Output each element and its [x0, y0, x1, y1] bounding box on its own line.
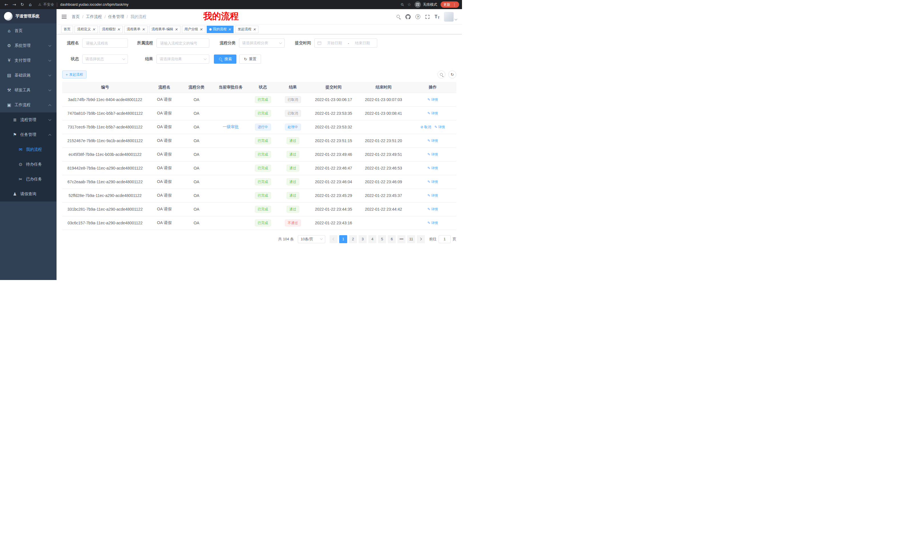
sidebar-item-home[interactable]: ⌂首页 [0, 23, 57, 38]
category-select[interactable]: 请选择流程分类 [239, 39, 285, 48]
action-detail-link[interactable]: ✎详情 [428, 153, 438, 156]
action-detail-link[interactable]: ✎详情 [428, 111, 438, 115]
sidebar-item-done-tasks[interactable]: ✂已办任务 [0, 172, 57, 187]
calendar-icon [318, 41, 321, 45]
sidebar-item-my-process[interactable]: ✉我的流程 [0, 142, 57, 157]
status-select[interactable]: 请选择状态 [82, 54, 128, 64]
close-icon[interactable]: × [142, 27, 145, 31]
tab-my-process[interactable]: 我的流程× [207, 26, 234, 33]
pager-page-5[interactable]: 5 [378, 235, 386, 243]
sidebar-item-label: 流程管理 [20, 117, 36, 123]
page-size-select[interactable]: 10条/页 [298, 235, 325, 243]
sidebar-item-task-management[interactable]: ⚑任务管理 [0, 127, 57, 142]
action-detail-link[interactable]: ✎详情 [428, 221, 438, 225]
action-detail-link[interactable]: ✎详情 [435, 125, 445, 129]
forward-icon[interactable]: → [11, 1, 18, 8]
breadcrumb-item[interactable]: 工作流程 [86, 14, 102, 19]
github-icon[interactable] [405, 14, 411, 19]
result-select[interactable]: 请选择流结果 [156, 54, 209, 64]
browser-home-icon[interactable]: ⌂ [27, 1, 34, 8]
pager-page-1[interactable]: 1 [339, 235, 347, 243]
sidebar-item-leave-query[interactable]: ♟请假查询 [0, 187, 57, 202]
fullscreen-icon[interactable] [425, 15, 430, 19]
address-bar[interactable]: ⚠ 不安全 │ dashboard.yudao.iocoder.cn/bpm/t… [35, 1, 400, 8]
pager-more-icon[interactable]: ••• [398, 235, 405, 243]
tab-process-definition[interactable]: 流程定义× [75, 26, 98, 33]
cell-result: 通过 [276, 148, 309, 161]
action-detail-link[interactable]: ✎详情 [428, 193, 438, 198]
close-icon[interactable]: × [253, 27, 256, 31]
tab-process-form[interactable]: 流程表单× [124, 26, 148, 33]
cell-result: 通过 [276, 189, 309, 202]
table-row: 7317cec6-7b9b-11ec-b5b7-acde48001122OA 请… [62, 120, 456, 134]
process-name-input[interactable] [82, 39, 128, 48]
result-tag: 通过 [286, 165, 299, 172]
password-key-icon[interactable]: ⚲ [400, 2, 405, 7]
close-icon[interactable]: × [228, 27, 231, 31]
close-icon[interactable]: × [200, 27, 203, 31]
status-tag: 已完成 [255, 137, 271, 144]
goto-page-input[interactable] [439, 235, 451, 243]
sidebar-item-infrastructure[interactable]: ▤基础设施 [0, 68, 57, 83]
action-detail-link[interactable]: ✎详情 [428, 207, 438, 211]
refresh-table-button[interactable]: ↻ [448, 70, 456, 78]
close-icon[interactable]: × [117, 27, 120, 31]
help-icon[interactable]: ? [416, 14, 420, 19]
search-icon[interactable] [396, 15, 400, 19]
action-detail-link[interactable]: ✎详情 [428, 166, 438, 170]
next-page-button[interactable] [417, 235, 425, 243]
submit-time-range-picker[interactable]: 开始日期 - 结束日期 [314, 39, 377, 48]
app-logo[interactable]: 芋道管理系统 [0, 9, 57, 23]
hamburger-icon[interactable] [62, 15, 66, 18]
user-menu[interactable] [444, 12, 457, 22]
sidebar-item-todo-tasks[interactable]: ⊙待办任务 [0, 157, 57, 172]
tab-start-process[interactable]: 发起流程× [235, 26, 258, 33]
browser-menu-icon[interactable]: ⋮ [453, 3, 456, 7]
reload-icon[interactable]: ↻ [19, 1, 26, 8]
update-button[interactable]: 更新 ⋮ [441, 1, 459, 8]
back-icon[interactable]: ← [3, 1, 10, 8]
content: 流程名 所属流程 流程分类 请选择流程分类 提交时间 开始日期 - 结束日期 [57, 34, 462, 252]
sidebar-item-dev-tools[interactable]: ⚒研发工具 [0, 83, 57, 97]
tab-process-form-edit[interactable]: 流程表单-编辑× [149, 26, 180, 33]
tab-home[interactable]: 首页 [61, 26, 73, 33]
sidebar-item-process-management[interactable]: ≣流程管理 [0, 112, 57, 127]
create-process-button[interactable]: + 发起流程 [62, 70, 87, 78]
url-text[interactable]: dashboard.yudao.iocoder.cn/bpm/task/my [60, 3, 129, 7]
prev-page-button[interactable] [330, 235, 338, 243]
pager-page-6[interactable]: 6 [388, 235, 396, 243]
action-detail-link[interactable]: ✎详情 [428, 139, 438, 143]
result-tag: 通过 [286, 151, 299, 158]
action-detail-link[interactable]: ✎详情 [428, 97, 438, 102]
breadcrumb: 首页/工作流程/任务管理/我的流程 [72, 14, 147, 19]
cell-end-time: 2022-01-22 23:45:37 [358, 189, 409, 202]
cell-result: 通过 [276, 134, 309, 148]
pager-page-11[interactable]: 11 [407, 235, 415, 243]
column-header: 当前审批任务 [212, 82, 249, 93]
sidebar-item-workflow[interactable]: ▣工作流程 [0, 97, 57, 112]
breadcrumb-item[interactable]: 首页 [72, 14, 80, 19]
close-icon[interactable]: × [92, 27, 95, 31]
font-size-icon[interactable]: T [435, 14, 439, 19]
sidebar-item-payment-management[interactable]: ¥支付管理 [0, 53, 57, 68]
sidebar-item-system-management[interactable]: ⚙系统管理 [0, 38, 57, 53]
breadcrumb-item[interactable]: 任务管理 [108, 14, 124, 19]
parent-process-input[interactable] [156, 39, 209, 48]
current-task-link[interactable]: 一级审批 [223, 124, 239, 129]
bookmark-star-icon[interactable]: ☆ [408, 2, 411, 7]
status-tag: 已完成 [255, 220, 271, 226]
pager-page-2[interactable]: 2 [349, 235, 357, 243]
search-button[interactable]: 搜索 [214, 54, 236, 64]
action-cancel-link[interactable]: ⊘取消 [420, 125, 431, 129]
payment-icon: ¥ [6, 58, 12, 63]
pager-page-4[interactable]: 4 [368, 235, 376, 243]
cell-actions: ✎详情 [409, 189, 456, 202]
reset-button[interactable]: ↻ 重置 [239, 54, 261, 64]
close-icon[interactable]: × [175, 27, 178, 31]
toggle-search-button[interactable] [438, 70, 446, 78]
table-row: 52ffd28e-7b9a-11ec-a290-acde48001122OA 请… [62, 189, 456, 202]
tab-process-model[interactable]: 流程模型× [99, 26, 123, 33]
tab-user-group[interactable]: 用户分组× [182, 26, 205, 33]
pager-page-3[interactable]: 3 [358, 235, 367, 243]
action-detail-link[interactable]: ✎详情 [428, 180, 438, 184]
